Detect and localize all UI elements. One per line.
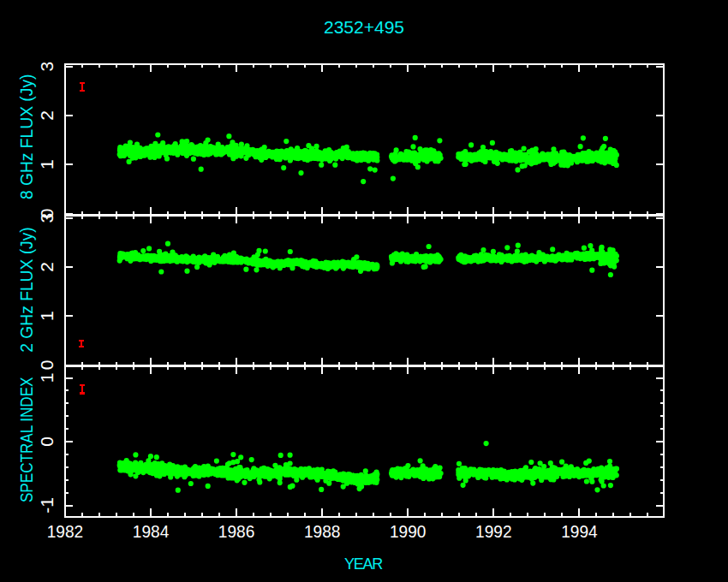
svg-text:1984: 1984: [133, 521, 170, 541]
svg-text:1: 1: [37, 373, 57, 383]
svg-text:YEAR: YEAR: [344, 555, 383, 573]
svg-text:1982: 1982: [47, 521, 84, 541]
svg-text:1992: 1992: [475, 521, 512, 541]
svg-text:2352+495: 2352+495: [324, 17, 404, 37]
svg-text:0: 0: [37, 360, 57, 371]
svg-text:0: 0: [37, 436, 57, 447]
svg-text:1: 1: [37, 159, 57, 169]
svg-text:1988: 1988: [304, 521, 341, 541]
svg-text:SPECTRAL INDEX: SPECTRAL INDEX: [17, 377, 36, 503]
svg-text:1: 1: [37, 311, 57, 321]
svg-text:2: 2: [37, 110, 57, 121]
svg-text:1986: 1986: [218, 521, 255, 541]
svg-text:-1: -1: [37, 497, 57, 514]
svg-text:1994: 1994: [561, 521, 598, 541]
svg-text:8 GHz FLUX (Jy): 8 GHz FLUX (Jy): [17, 74, 36, 200]
svg-text:2: 2: [37, 262, 57, 272]
svg-text:3: 3: [37, 62, 57, 72]
svg-text:1990: 1990: [390, 521, 427, 541]
svg-text:2 GHz FLUX (Jy): 2 GHz FLUX (Jy): [17, 227, 36, 353]
svg-text:3: 3: [37, 213, 57, 223]
